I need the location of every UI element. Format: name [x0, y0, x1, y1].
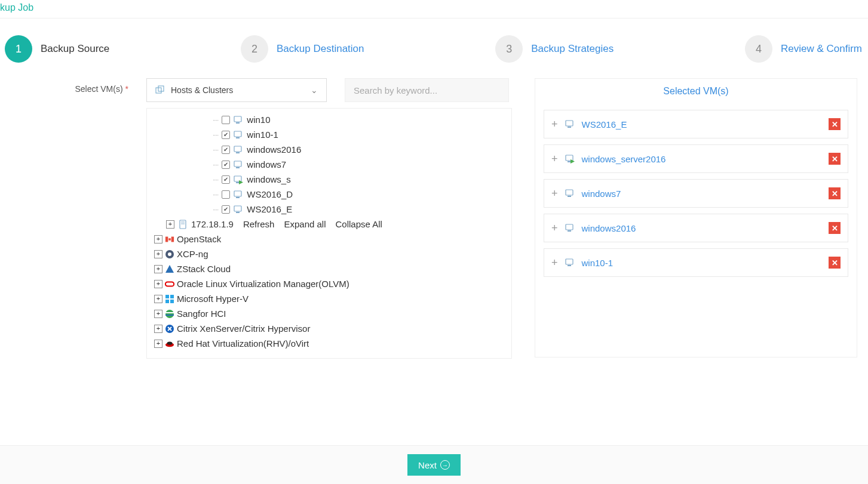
- platform-name[interactable]: Microsoft Hyper-V: [177, 294, 249, 304]
- tree-vm-row: ····windows7: [147, 157, 511, 172]
- vm-icon: [234, 130, 243, 140]
- svg-rect-32: [165, 312, 174, 313]
- expand-toggle[interactable]: +: [154, 280, 162, 288]
- platform-name[interactable]: ZStack Cloud: [177, 264, 231, 274]
- expand-item-icon[interactable]: +: [551, 119, 558, 130]
- vm-checkbox[interactable]: [222, 116, 230, 124]
- page-title: kup Job: [0, 0, 868, 18]
- svg-marker-25: [165, 265, 174, 273]
- vm-name[interactable]: windows_s: [247, 174, 290, 184]
- selected-vm-item: +windows7✕: [544, 179, 848, 208]
- refresh-link[interactable]: Refresh: [243, 219, 275, 229]
- vm-icon: [565, 223, 575, 233]
- expand-toggle[interactable]: +: [154, 295, 162, 303]
- vm-name[interactable]: windows2016: [247, 144, 301, 155]
- vm-checkbox[interactable]: [222, 146, 230, 154]
- expand-toggle[interactable]: +: [154, 250, 162, 258]
- svg-rect-43: [568, 196, 571, 197]
- svg-rect-28: [170, 295, 174, 298]
- expand-item-icon[interactable]: +: [551, 223, 558, 233]
- oracle-icon: [165, 279, 174, 289]
- remove-button[interactable]: ✕: [829, 187, 841, 199]
- step-number-badge: 4: [745, 35, 772, 63]
- wizard-step-3[interactable]: 3Backup Strategies: [495, 35, 614, 63]
- vm-name[interactable]: win10-1: [247, 130, 278, 140]
- step-label: Backup Destination: [277, 43, 364, 55]
- expand-all-link[interactable]: Expand all: [284, 219, 326, 229]
- next-button[interactable]: Next →: [407, 454, 461, 476]
- remove-button[interactable]: ✕: [829, 222, 841, 234]
- step-number-badge: 1: [5, 35, 32, 63]
- svg-rect-15: [234, 206, 241, 211]
- openstack-icon: [165, 235, 174, 244]
- expand-toggle[interactable]: +: [154, 265, 162, 273]
- vm-icon: [234, 145, 243, 155]
- svg-rect-10: [234, 176, 241, 181]
- svg-rect-42: [566, 190, 573, 195]
- platform-name[interactable]: OpenStack: [177, 234, 221, 244]
- vm-tree: ····win10····win10-1····windows2016····w…: [146, 108, 512, 359]
- host-ip[interactable]: 172.18.1.9: [191, 219, 234, 229]
- vm-name[interactable]: windows7: [247, 159, 286, 169]
- svg-rect-6: [234, 146, 241, 152]
- selected-vm-name[interactable]: WS2016_E: [582, 119, 821, 130]
- selected-vm-item: +WS2016_E✕: [544, 110, 848, 138]
- selected-vm-name[interactable]: win10-1: [582, 258, 821, 268]
- footer-bar: Next →: [0, 445, 868, 484]
- wizard-step-2[interactable]: 2Backup Destination: [241, 35, 364, 63]
- wizard-step-1: 1Backup Source: [5, 35, 109, 63]
- vm-icon: [234, 190, 243, 199]
- svg-point-36: [167, 341, 173, 344]
- vm-icon: [234, 160, 243, 169]
- remove-button[interactable]: ✕: [829, 257, 841, 269]
- svg-rect-29: [165, 300, 169, 303]
- svg-rect-2: [234, 116, 241, 122]
- vm-checkbox[interactable]: [222, 175, 230, 184]
- vm-checkbox[interactable]: [222, 161, 230, 169]
- select-vms-label: Select VM(s)*: [57, 78, 128, 94]
- svg-rect-17: [180, 220, 186, 229]
- platform-name[interactable]: Sangfor HCI: [177, 309, 226, 319]
- tree-vm-row: ····win10-1: [147, 127, 511, 142]
- expand-toggle[interactable]: +: [154, 235, 162, 243]
- hosts-clusters-dropdown[interactable]: Hosts & Clusters ⌄: [146, 78, 327, 102]
- remove-button[interactable]: ✕: [829, 153, 841, 165]
- tree-platform-row: +Red Hat Virtualization(RHV)/oVirt: [147, 336, 511, 351]
- expand-item-icon[interactable]: +: [551, 153, 558, 164]
- step-number-badge: 2: [241, 35, 268, 63]
- search-input[interactable]: [345, 78, 509, 102]
- platform-name[interactable]: XCP-ng: [177, 249, 208, 259]
- tree-platform-row: +XCP-ng: [147, 246, 511, 261]
- expand-toggle[interactable]: +: [154, 310, 162, 318]
- platform-name[interactable]: Oracle Linux Virtualization Manager(OLVM…: [177, 279, 349, 289]
- selected-vm-name[interactable]: windows7: [582, 189, 821, 199]
- vm-icon: [565, 119, 575, 129]
- tree-vm-row: ····WS2016_E: [147, 202, 511, 217]
- selected-vm-name[interactable]: windows_server2016: [582, 154, 821, 164]
- remove-button[interactable]: ✕: [829, 118, 841, 130]
- svg-rect-37: [566, 121, 573, 126]
- vm-name[interactable]: win10: [247, 115, 270, 125]
- wizard-steps: 1Backup Source2Backup Destination3Backup…: [0, 24, 868, 78]
- vm-icon: [565, 154, 575, 164]
- tree-host-row: +172.18.1.9RefreshExpand allCollapse All: [147, 217, 511, 232]
- vm-checkbox[interactable]: [222, 131, 230, 139]
- svg-rect-3: [236, 122, 240, 124]
- collapse-all-link[interactable]: Collapse All: [336, 219, 382, 229]
- svg-rect-9: [236, 167, 240, 168]
- expand-item-icon[interactable]: +: [551, 257, 558, 268]
- expand-toggle[interactable]: +: [154, 340, 162, 348]
- expand-toggle[interactable]: +: [154, 325, 162, 333]
- wizard-step-4[interactable]: 4Review & Confirm: [745, 35, 862, 63]
- vm-checkbox[interactable]: [222, 190, 230, 199]
- platform-name[interactable]: Red Hat Virtualization(RHV)/oVirt: [177, 338, 309, 349]
- vm-checkbox[interactable]: [222, 205, 230, 214]
- dropdown-label: Hosts & Clusters: [171, 85, 233, 95]
- vm-name[interactable]: WS2016_D: [247, 189, 293, 199]
- selected-vms-panel: Selected VM(s) +WS2016_E✕+windows_server…: [535, 78, 857, 357]
- expand-toggle[interactable]: +: [166, 220, 174, 229]
- vm-name[interactable]: WS2016_E: [247, 204, 292, 214]
- selected-vm-name[interactable]: windows2016: [582, 223, 821, 233]
- platform-name[interactable]: Citrix XenServer/Citrix Hypervisor: [177, 323, 310, 334]
- expand-item-icon[interactable]: +: [551, 188, 558, 199]
